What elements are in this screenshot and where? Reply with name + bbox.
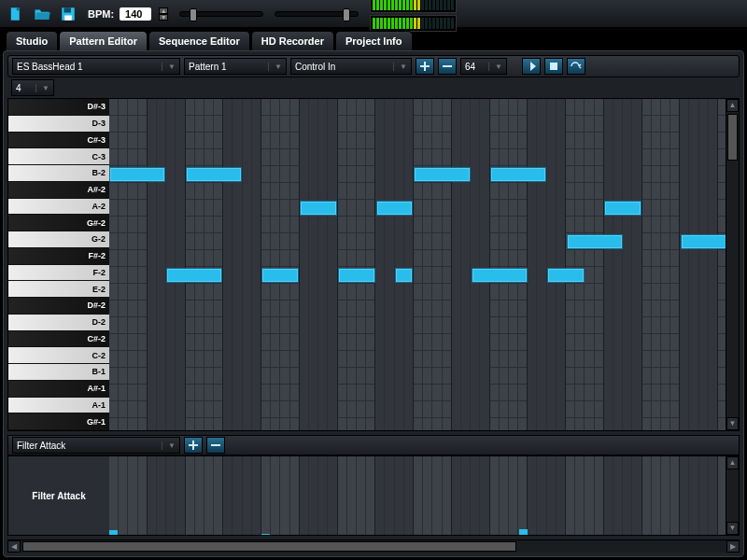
- automation-remove-button[interactable]: [206, 437, 225, 454]
- note[interactable]: [681, 234, 726, 249]
- automation-controls: Filter Attack▼: [7, 435, 740, 455]
- play-button[interactable]: [522, 58, 541, 75]
- piano-key[interactable]: D#-2: [8, 298, 109, 315]
- pattern-editor-panel: ES BassHead 1▼ Pattern 1▼ Control In▼ 64…: [3, 50, 744, 557]
- note[interactable]: [300, 201, 337, 216]
- piano-roll: D#-3D-3C#-3C-3B-2A#-2A-2G#-2G-2F#-2F-2E-…: [7, 98, 740, 431]
- tab-hd-recorder[interactable]: HD Recorder: [251, 31, 334, 50]
- tab-pattern-editor[interactable]: Pattern Editor: [59, 31, 148, 50]
- pattern-controls: ES BassHead 1▼ Pattern 1▼ Control In▼ 64…: [7, 55, 740, 77]
- top-toolbar: BPM: 140 ▲▼: [0, 0, 747, 28]
- scroll-right-icon[interactable]: ▶: [726, 540, 740, 553]
- note[interactable]: [376, 201, 414, 216]
- piano-key[interactable]: A-1: [8, 398, 109, 414]
- svg-rect-5: [550, 63, 557, 70]
- steps-select[interactable]: 64▼: [460, 58, 507, 75]
- piano-keys[interactable]: D#-3D-3C#-3C-3B-2A#-2A-2G#-2G-2F#-2F-2E-…: [8, 99, 109, 430]
- note[interactable]: [166, 268, 222, 283]
- tab-studio[interactable]: Studio: [6, 31, 58, 50]
- note[interactable]: [261, 268, 299, 283]
- piano-key[interactable]: C#-3: [8, 133, 109, 149]
- tab-project-info[interactable]: Project Info: [335, 31, 413, 50]
- scroll-down-icon[interactable]: ▼: [726, 522, 739, 535]
- vertical-scrollbar[interactable]: ▲ ▼: [726, 99, 739, 430]
- add-button[interactable]: [416, 58, 434, 75]
- note[interactable]: [490, 167, 546, 182]
- automation-node[interactable]: [261, 534, 270, 535]
- svg-rect-1: [17, 7, 20, 10]
- automation-lane: Filter Attack ▲ ▼: [7, 455, 740, 536]
- control-label: Control In: [295, 62, 335, 72]
- scroll-up-icon[interactable]: ▲: [726, 456, 739, 469]
- pan-slider[interactable]: [275, 11, 359, 17]
- horizontal-scrollbar[interactable]: ◀ ▶: [7, 539, 740, 553]
- instrument-select[interactable]: ES BassHead 1▼: [12, 58, 180, 75]
- loop-button[interactable]: [567, 58, 585, 75]
- pattern-select[interactable]: Pattern 1▼: [184, 58, 287, 75]
- note[interactable]: [186, 167, 242, 182]
- remove-button[interactable]: [438, 58, 457, 75]
- piano-key[interactable]: D-2: [8, 315, 109, 331]
- note[interactable]: [109, 167, 165, 182]
- bpm-value[interactable]: 140: [120, 7, 151, 21]
- automation-scrollbar[interactable]: ▲ ▼: [726, 456, 739, 535]
- note-grid[interactable]: [109, 99, 726, 430]
- pattern-label: Pattern 1: [189, 62, 227, 72]
- control-select[interactable]: Control In▼: [290, 58, 412, 75]
- scroll-up-icon[interactable]: ▲: [726, 99, 739, 112]
- note[interactable]: [472, 268, 528, 283]
- automation-node[interactable]: [519, 529, 528, 536]
- piano-key[interactable]: A#-1: [8, 381, 109, 398]
- instrument-label: ES BassHead 1: [17, 62, 83, 72]
- note[interactable]: [567, 234, 623, 249]
- note[interactable]: [338, 268, 375, 283]
- piano-key[interactable]: D-3: [8, 116, 109, 133]
- zoom-label: 4: [16, 83, 21, 93]
- svg-rect-4: [64, 15, 72, 20]
- open-file-icon[interactable]: [32, 4, 52, 24]
- automation-add-button[interactable]: [184, 437, 203, 454]
- zoom-select[interactable]: 4▼: [11, 79, 54, 96]
- automation-param-label: Filter Attack: [17, 441, 65, 451]
- automation-param-select[interactable]: Filter Attack▼: [12, 437, 180, 454]
- automation-lane-label: Filter Attack: [8, 456, 109, 535]
- piano-key[interactable]: A-2: [8, 199, 109, 216]
- note[interactable]: [547, 268, 585, 283]
- svg-rect-3: [64, 7, 72, 12]
- automation-grid[interactable]: [109, 456, 726, 535]
- tab-bar: StudioPattern EditorSequence EditorHD Re…: [0, 28, 747, 50]
- piano-key[interactable]: B-2: [8, 165, 109, 182]
- vu-meter: [364, 0, 457, 32]
- piano-key[interactable]: E-2: [8, 281, 109, 298]
- bpm-stepper[interactable]: ▲▼: [159, 7, 168, 21]
- zoom-strip: 4▼: [7, 77, 740, 98]
- piano-key[interactable]: G-2: [8, 231, 109, 248]
- piano-key[interactable]: C#-2: [8, 331, 109, 348]
- note[interactable]: [604, 201, 641, 216]
- bpm-label: BPM:: [88, 8, 114, 20]
- volume-slider[interactable]: [179, 11, 263, 17]
- piano-key[interactable]: G#-1: [8, 413, 109, 430]
- piano-key[interactable]: C-2: [8, 347, 109, 364]
- piano-key[interactable]: G#-2: [8, 215, 109, 231]
- note[interactable]: [414, 167, 470, 182]
- scroll-down-icon[interactable]: ▼: [726, 417, 739, 430]
- piano-key[interactable]: F-2: [8, 265, 109, 282]
- piano-key[interactable]: B-1: [8, 364, 109, 381]
- piano-key[interactable]: D#-3: [8, 99, 109, 116]
- stop-button[interactable]: [544, 58, 563, 75]
- save-file-icon[interactable]: [58, 4, 78, 24]
- piano-key[interactable]: F#-2: [8, 248, 109, 265]
- piano-key[interactable]: A#-2: [8, 182, 109, 199]
- tab-sequence-editor[interactable]: Sequence Editor: [148, 31, 250, 50]
- scroll-left-icon[interactable]: ◀: [7, 540, 21, 553]
- automation-node[interactable]: [109, 530, 118, 536]
- new-file-icon[interactable]: [6, 4, 26, 24]
- steps-label: 64: [465, 62, 475, 72]
- note[interactable]: [395, 268, 413, 283]
- piano-key[interactable]: C-3: [8, 148, 109, 165]
